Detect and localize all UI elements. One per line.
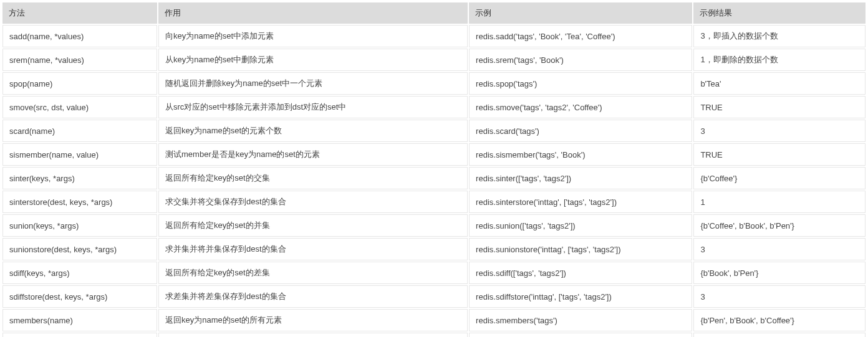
table-row: sinterstore(dest, keys, *args)求交集并将交集保存到… bbox=[2, 191, 866, 213]
table-row: sunion(keys, *args)返回所有给定key的set的并集redis… bbox=[2, 214, 866, 237]
table-header-row: 方法 作用 示例 示例结果 bbox=[2, 2, 866, 24]
cell-method: sismember(name, value) bbox=[2, 143, 157, 166]
table-row: sdiff(keys, *args)返回所有给定key的set的差集redis.… bbox=[2, 262, 866, 284]
cell-method: sadd(name, *values) bbox=[2, 25, 157, 47]
cell-method: smembers(name) bbox=[2, 309, 157, 331]
cell-result: 3，即插入的数据个数 bbox=[693, 25, 866, 47]
cell-desc: 求并集并将并集保存到dest的集合 bbox=[158, 238, 468, 260]
header-method: 方法 bbox=[2, 2, 157, 24]
cell-example: redis.sunionstore('inttag', ['tags', 'ta… bbox=[469, 238, 692, 260]
cell-method: sinter(keys, *args) bbox=[2, 167, 157, 189]
table-body: sadd(name, *values)向key为name的set中添加元素red… bbox=[2, 25, 866, 337]
cell-example: redis.sdiff(['tags', 'tags2']) bbox=[469, 262, 692, 284]
cell-result: TRUE bbox=[693, 143, 866, 166]
cell-desc: 向key为name的set中添加元素 bbox=[158, 25, 468, 47]
cell-example: redis.sismember('tags', 'Book') bbox=[469, 143, 692, 166]
table-row: sinter(keys, *args)返回所有给定key的set的交集redis… bbox=[2, 167, 866, 189]
cell-result: {b'Pen', b'Book', b'Coffee'} bbox=[693, 309, 866, 331]
cell-result bbox=[693, 333, 866, 337]
table-row: scard(name)返回key为name的set的元素个数redis.scar… bbox=[2, 120, 866, 142]
cell-method: srandmember(name) bbox=[2, 333, 157, 337]
cell-method: srem(name, *values) bbox=[2, 49, 157, 71]
cell-example: redis.scard('tags') bbox=[469, 120, 692, 142]
cell-method: sinterstore(dest, keys, *args) bbox=[2, 191, 157, 213]
table-row: sunionstore(dest, keys, *args)求并集并将并集保存到… bbox=[2, 238, 866, 260]
table-row: sdiffstore(dest, keys, *args)求差集并将差集保存到d… bbox=[2, 285, 866, 308]
cell-desc: 返回所有给定key的set的差集 bbox=[158, 262, 468, 284]
cell-result: {b'Book', b'Pen'} bbox=[693, 262, 866, 284]
cell-result: 1 bbox=[693, 191, 866, 213]
cell-result: {b'Coffee', b'Book', b'Pen'} bbox=[693, 214, 866, 237]
cell-result: 3 bbox=[693, 120, 866, 142]
cell-desc: 从src对应的set中移除元素并添加到dst对应的set中 bbox=[158, 96, 468, 118]
cell-method: scard(name) bbox=[2, 120, 157, 142]
cell-example: redis.sunion(['tags', 'tags2']) bbox=[469, 214, 692, 237]
table-row: sadd(name, *values)向key为name的set中添加元素red… bbox=[2, 25, 866, 47]
cell-desc: 返回所有给定key的set的交集 bbox=[158, 167, 468, 189]
cell-example: redis.smove('tags', 'tags2', 'Coffee') bbox=[469, 96, 692, 118]
cell-example: redis.sinter(['tags', 'tags2']) bbox=[469, 167, 692, 189]
cell-desc: 测试member是否是key为name的set的元素 bbox=[158, 143, 468, 166]
cell-desc: 返回key为name的set的元素个数 bbox=[158, 120, 468, 142]
cell-example: redis.srandmember('tags') bbox=[469, 333, 692, 337]
cell-method: spop(name) bbox=[2, 72, 157, 95]
header-example: 示例 bbox=[469, 2, 692, 24]
cell-result: 3 bbox=[693, 285, 866, 308]
cell-desc: 随机返回并删除key为name的set中一个元素 bbox=[158, 72, 468, 95]
cell-example: redis.srem('tags', 'Book') bbox=[469, 49, 692, 71]
cell-example: redis.sadd('tags', 'Book', 'Tea', 'Coffe… bbox=[469, 25, 692, 47]
cell-desc: 返回key为name的set的所有元素 bbox=[158, 309, 468, 331]
table-row: srandmember(name)随机返回key为name的set的一个元素，但… bbox=[2, 333, 866, 337]
cell-desc: 从key为name的set中删除元素 bbox=[158, 49, 468, 71]
cell-method: sdiff(keys, *args) bbox=[2, 262, 157, 284]
cell-result: 3 bbox=[693, 238, 866, 260]
table-row: spop(name)随机返回并删除key为name的set中一个元素redis.… bbox=[2, 72, 866, 95]
table-row: smove(src, dst, value)从src对应的set中移除元素并添加… bbox=[2, 96, 866, 118]
table-row: srem(name, *values)从key为name的set中删除元素red… bbox=[2, 49, 866, 71]
cell-example: redis.smembers('tags') bbox=[469, 309, 692, 331]
cell-example: redis.spop('tags') bbox=[469, 72, 692, 95]
cell-result: 1，即删除的数据个数 bbox=[693, 49, 866, 71]
cell-method: sunion(keys, *args) bbox=[2, 214, 157, 237]
cell-method: sdiffstore(dest, keys, *args) bbox=[2, 285, 157, 308]
cell-desc: 求差集并将差集保存到dest的集合 bbox=[158, 285, 468, 308]
cell-result: TRUE bbox=[693, 96, 866, 118]
cell-example: redis.sdiffstore('inttag', ['tags', 'tag… bbox=[469, 285, 692, 308]
cell-desc: 随机返回key为name的set的一个元素，但不删除元素 bbox=[158, 333, 468, 337]
table-row: sismember(name, value)测试member是否是key为nam… bbox=[2, 143, 866, 166]
header-result: 示例结果 bbox=[693, 2, 866, 24]
cell-method: smove(src, dst, value) bbox=[2, 96, 157, 118]
header-desc: 作用 bbox=[158, 2, 468, 24]
cell-result: {b'Coffee'} bbox=[693, 167, 866, 189]
cell-desc: 返回所有给定key的set的并集 bbox=[158, 214, 468, 237]
cell-method: sunionstore(dest, keys, *args) bbox=[2, 238, 157, 260]
redis-set-methods-table: 方法 作用 示例 示例结果 sadd(name, *values)向key为na… bbox=[1, 1, 867, 337]
cell-result: b'Tea' bbox=[693, 72, 866, 95]
cell-desc: 求交集并将交集保存到dest的集合 bbox=[158, 191, 468, 213]
table-row: smembers(name)返回key为name的set的所有元素redis.s… bbox=[2, 309, 866, 331]
cell-example: redis.sinterstore('inttag', ['tags', 'ta… bbox=[469, 191, 692, 213]
